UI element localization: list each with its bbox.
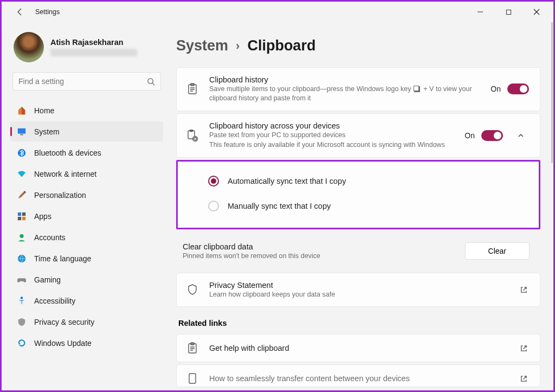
clipboard-icon (185, 83, 199, 95)
nav-label: System (34, 127, 60, 136)
svg-rect-8 (22, 216, 25, 220)
nav-label: Apps (34, 212, 51, 221)
help-clipboard-link[interactable]: Get help with clipboard (176, 334, 540, 362)
phone-icon (185, 372, 199, 384)
nav-personalization[interactable]: Personalization (10, 185, 163, 205)
radio-manual-sync[interactable]: Manually sync text that I copy (208, 201, 517, 211)
nav-bluetooth[interactable]: Bluetooth & devices (10, 143, 163, 163)
chevron-right-icon: › (236, 39, 240, 53)
nav-label: Privacy & security (34, 318, 94, 326)
scrollbar[interactable] (551, 22, 553, 163)
minimize-button[interactable] (472, 4, 488, 20)
privacy-statement-card[interactable]: Privacy Statement Learn how clipboard ke… (176, 273, 540, 307)
card-title: Privacy Statement (209, 281, 508, 290)
update-icon (17, 338, 27, 348)
section-description: Pinned items won't be removed on this de… (183, 252, 320, 260)
collapse-button[interactable] (513, 127, 529, 144)
section-title: Clear clipboard data (183, 242, 320, 251)
nav-label: Personalization (34, 191, 86, 200)
clipboard-sync-icon (185, 130, 199, 142)
nav-label: Bluetooth & devices (34, 149, 101, 157)
sync-options-panel: Automatically sync text that I copy Manu… (176, 160, 540, 229)
clipboard-history-toggle[interactable] (507, 83, 529, 94)
search-box[interactable] (12, 72, 161, 91)
nav-system[interactable]: System (10, 121, 163, 142)
person-icon (17, 233, 27, 242)
svg-point-11 (21, 297, 23, 299)
nav-time[interactable]: Time & language (10, 248, 163, 268)
svg-rect-3 (20, 134, 23, 135)
windows-key-icon (414, 86, 418, 91)
breadcrumb-parent[interactable]: System (176, 37, 228, 54)
paintbrush-icon (17, 190, 27, 200)
card-title: Clipboard history across your devices (209, 121, 455, 130)
nav-label: Accounts (34, 233, 66, 242)
nav-label: Gaming (34, 275, 61, 284)
svg-rect-19 (189, 374, 196, 383)
svg-rect-7 (18, 216, 21, 220)
nav-update[interactable]: Windows Update (10, 333, 163, 353)
clipboard-history-card: Clipboard history Save multiple items to… (176, 67, 540, 111)
avatar (14, 32, 44, 62)
nav-accessibility[interactable]: Accessibility (10, 291, 163, 311)
nav-apps[interactable]: Apps (10, 206, 163, 226)
bluetooth-icon (17, 148, 27, 158)
svg-point-1 (148, 78, 153, 83)
svg-rect-0 (506, 10, 511, 14)
breadcrumb: System › Clipboard (176, 37, 540, 54)
user-profile[interactable]: Atish Rajasekharan (10, 32, 163, 72)
nav-label: Time & language (34, 254, 91, 263)
gamepad-icon (17, 275, 27, 285)
svg-rect-6 (22, 212, 25, 215)
accessibility-icon (17, 296, 27, 306)
search-icon (147, 78, 155, 86)
system-icon (17, 127, 27, 137)
card-description: Save multiple items to your clipboard—pr… (209, 85, 481, 103)
card-description: Learn how clipboard keeps your data safe (209, 290, 508, 299)
close-button[interactable] (528, 4, 545, 20)
svg-rect-2 (18, 128, 25, 133)
radio-indicator (208, 176, 219, 187)
shield-outline-icon (185, 284, 199, 295)
nav-label: Home (34, 106, 54, 115)
svg-rect-5 (18, 212, 21, 215)
clear-button[interactable]: Clear (465, 242, 530, 260)
link-title: How to seamlessly transfer content betwe… (209, 374, 508, 383)
breadcrumb-current: Clipboard (247, 37, 315, 54)
clipboard-icon (185, 342, 199, 354)
radio-indicator (208, 201, 219, 211)
clear-data-section: Clear clipboard data Pinned items won't … (176, 235, 540, 267)
nav-label: Accessibility (34, 297, 75, 305)
nav-label: Network & internet (34, 170, 96, 178)
nav-label: Windows Update (34, 339, 92, 348)
radio-label: Automatically sync text that I copy (228, 177, 346, 185)
radio-label: Manually sync text that I copy (228, 202, 331, 210)
nav-home[interactable]: Home (10, 100, 163, 120)
nav-gaming[interactable]: Gaming (10, 269, 163, 290)
nav-accounts[interactable]: Accounts (10, 227, 163, 247)
nav-network[interactable]: Network & internet (10, 164, 163, 184)
sync-devices-toggle[interactable] (481, 130, 503, 141)
globe-icon (17, 254, 27, 264)
toggle-label: On (464, 131, 475, 140)
window-title: Settings (35, 8, 60, 16)
search-input[interactable] (18, 77, 147, 86)
wifi-icon (17, 169, 27, 179)
apps-icon (17, 211, 27, 221)
maximize-button[interactable] (500, 4, 517, 20)
shield-icon (17, 317, 27, 327)
external-link-icon (518, 286, 529, 294)
profile-name: Atish Rajasekharan (50, 38, 137, 47)
radio-auto-sync[interactable]: Automatically sync text that I copy (208, 176, 517, 187)
card-description: This feature is only available if your M… (209, 140, 455, 150)
back-button[interactable] (11, 3, 29, 21)
link-title: Get help with clipboard (209, 344, 508, 352)
external-link-icon (518, 375, 529, 383)
card-description: Paste text from your PC to supported dev… (209, 131, 455, 140)
external-link-icon (518, 344, 529, 352)
transfer-content-link[interactable]: How to seamlessly transfer content betwe… (176, 364, 540, 387)
related-links-heading: Related links (178, 319, 540, 327)
sync-devices-card: Clipboard history across your devices Pa… (176, 113, 540, 158)
nav-privacy[interactable]: Privacy & security (10, 312, 163, 332)
card-title: Clipboard history (209, 75, 481, 84)
